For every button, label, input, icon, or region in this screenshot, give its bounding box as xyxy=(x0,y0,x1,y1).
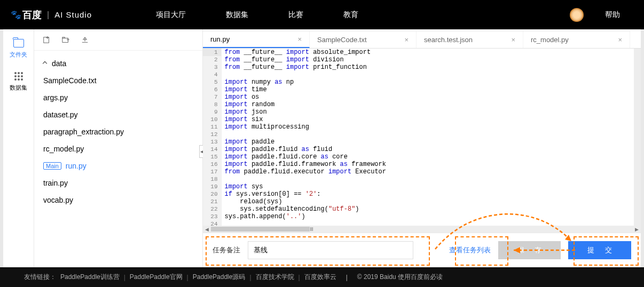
tree-file[interactable]: SampleCode.txt xyxy=(40,72,197,89)
tab-run-py[interactable]: run.py× xyxy=(203,31,310,48)
rail-dataset-label: 数据集 xyxy=(10,84,27,92)
tree-toolbar xyxy=(34,29,202,51)
chevron-up-icon xyxy=(43,61,47,66)
scroll-left-icon[interactable]: ◀ xyxy=(203,227,211,232)
nav-competition[interactable]: 比赛 xyxy=(288,10,303,20)
main-panel: 文件夹 数据集 data SampleCode.txt args.py data… xyxy=(3,29,641,267)
new-folder-icon[interactable] xyxy=(62,36,69,44)
file-tree: data SampleCode.txt args.py dataset.py p… xyxy=(34,29,203,267)
nav-education[interactable]: 教育 xyxy=(343,10,358,20)
logo-divider: | xyxy=(47,10,49,20)
svg-rect-0 xyxy=(44,37,49,43)
vertical-scrollbar[interactable] xyxy=(634,49,641,226)
tree-file[interactable]: rc_model.py xyxy=(40,140,197,157)
submit-button[interactable]: 提 交 xyxy=(568,241,631,259)
rail-dataset[interactable]: 数据集 xyxy=(10,72,27,92)
task-note-label: 任务备注 xyxy=(213,245,240,255)
nav-items: 项目大厅 数据集 比赛 教育 xyxy=(156,10,358,20)
rail-folder-label: 文件夹 xyxy=(10,51,27,59)
tab-search-json[interactable]: search.test.json× xyxy=(417,31,523,48)
editor-area: ◀ run.py× SampleCode.txt× search.test.js… xyxy=(203,29,641,267)
footer-label: 友情链接： xyxy=(24,273,56,282)
logo-ai: AI Studio xyxy=(54,10,92,19)
top-nav: 🐾百度 | AI Studio 项目大厅 数据集 比赛 教育 帮助 xyxy=(0,0,644,29)
left-rail: 文件夹 数据集 xyxy=(3,29,34,267)
tree-file[interactable]: paragraph_extraction.py xyxy=(40,123,197,140)
paw-icon: 🐾 xyxy=(11,10,21,20)
svg-rect-4 xyxy=(62,37,65,38)
footer-link[interactable]: PaddlePaddle训练营 xyxy=(60,273,120,282)
scroll-thumb[interactable] xyxy=(211,227,310,232)
main-badge: Main xyxy=(43,162,61,170)
rail-folder[interactable]: 文件夹 xyxy=(10,39,27,59)
upload-icon[interactable] xyxy=(81,36,89,44)
avatar[interactable] xyxy=(570,8,584,22)
tree-file[interactable]: vocab.py xyxy=(40,192,197,209)
tab-samplecode[interactable]: SampleCode.txt× xyxy=(310,31,417,48)
view-task-list-link[interactable]: 查看任务列表 xyxy=(449,245,491,255)
tab-rc-model[interactable]: rc_model.py× xyxy=(523,31,630,48)
tree-file[interactable]: train.py xyxy=(40,174,197,192)
horizontal-scrollbar[interactable]: ◀ Ⅲ ▶ xyxy=(203,226,641,233)
tree-list: data SampleCode.txt args.py dataset.py p… xyxy=(34,51,202,213)
footer-link[interactable]: 百度效率云 xyxy=(304,273,336,282)
scroll-right-icon[interactable]: ▶ xyxy=(633,227,641,232)
grid-icon xyxy=(14,72,23,81)
footer: 友情链接： PaddlePaddle训练营| PaddlePaddle官网| P… xyxy=(0,267,644,287)
close-icon[interactable]: × xyxy=(511,36,515,44)
logo[interactable]: 🐾百度 | AI Studio xyxy=(11,9,92,21)
logo-cn: 百度 xyxy=(22,9,42,21)
tree-folder-data[interactable]: data xyxy=(40,55,197,72)
footer-copyright: © 2019 Baidu 使用百度前必读 xyxy=(357,273,443,282)
close-icon[interactable]: × xyxy=(297,35,302,43)
save-button[interactable]: 保 存 xyxy=(498,241,561,259)
tree-file-main[interactable]: Mainrun.py xyxy=(40,157,197,174)
footer-link[interactable]: PaddlePaddle官网 xyxy=(130,273,183,282)
tree-file[interactable]: dataset.py xyxy=(40,106,197,123)
action-bar: 任务备注 查看任务列表 保 存 提 交 xyxy=(203,233,641,267)
help-button[interactable]: 帮助 xyxy=(605,10,620,20)
close-icon[interactable]: × xyxy=(618,36,622,44)
new-file-icon[interactable] xyxy=(43,36,50,44)
close-icon[interactable]: × xyxy=(404,36,409,44)
folder-icon xyxy=(13,39,24,47)
task-note-input[interactable] xyxy=(248,241,413,259)
tree-file[interactable]: args.py xyxy=(40,89,197,106)
svg-rect-3 xyxy=(62,38,68,42)
nav-project-hall[interactable]: 项目大厅 xyxy=(156,10,186,20)
editor-tabs: run.py× SampleCode.txt× search.test.json… xyxy=(203,29,641,49)
footer-link[interactable]: 百度技术学院 xyxy=(256,273,294,282)
code-editor[interactable]: 1from __future__ import absolute_import2… xyxy=(203,49,641,226)
footer-link[interactable]: PaddlePaddle源码 xyxy=(193,273,246,282)
nav-dataset[interactable]: 数据集 xyxy=(226,10,248,20)
